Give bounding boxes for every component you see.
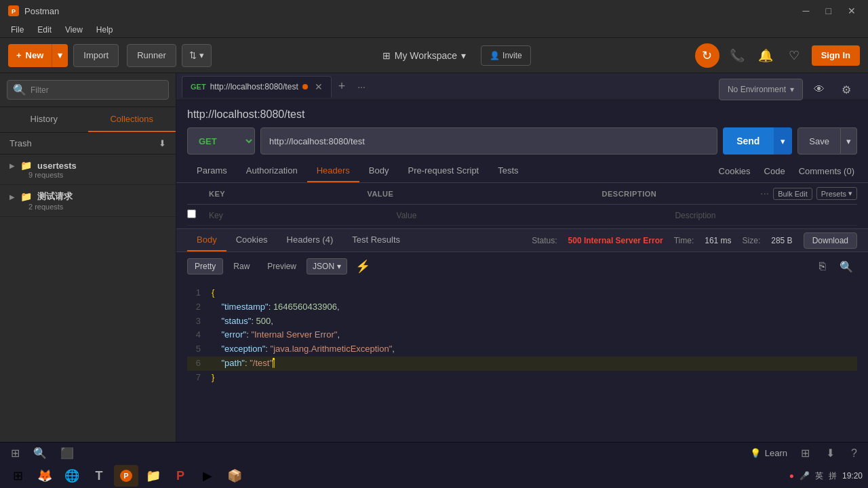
code-line-1: 1 { xyxy=(187,286,857,300)
save-button[interactable]: Save xyxy=(797,127,841,155)
presets-arrow-icon: ▾ xyxy=(848,189,852,198)
taskbar-folder[interactable]: 📁 xyxy=(141,465,165,487)
tab-params[interactable]: Params xyxy=(187,160,237,182)
help-icon-button[interactable]: ? xyxy=(848,445,860,462)
row-check-input[interactable] xyxy=(187,209,196,218)
eye-icon-button[interactable]: 👁 xyxy=(808,79,830,100)
new-button-main[interactable]: + New xyxy=(8,50,52,60)
filter-icon-button[interactable]: ⚡ xyxy=(350,256,376,277)
settings-icon-button[interactable]: ⚙ xyxy=(835,79,857,100)
time-label: Time: xyxy=(674,236,694,245)
sidebar-tab-collections[interactable]: Collections xyxy=(88,107,176,132)
request-bar: GET POST PUT DELETE PATCH Send ▾ Save ▾ xyxy=(187,127,857,155)
search-input[interactable] xyxy=(31,85,163,95)
tab-pre-request[interactable]: Pre-request Script xyxy=(398,160,488,182)
collection-item-chinese[interactable]: ▶ 📁 测试请求 2 requests xyxy=(0,185,176,217)
cookies-link[interactable]: Cookies xyxy=(716,161,753,182)
send-arrow-button[interactable]: ▾ xyxy=(773,127,792,155)
tab-body[interactable]: Body xyxy=(359,160,399,182)
resp-tab-test-results[interactable]: Test Results xyxy=(342,229,410,251)
bell-icon-button[interactable]: 🔔 xyxy=(755,45,776,66)
tab-close-icon[interactable]: ✕ xyxy=(315,81,323,92)
taskbar-text[interactable]: T xyxy=(87,465,111,487)
resp-tab-headers[interactable]: Headers (4) xyxy=(277,229,343,251)
method-select[interactable]: GET POST PUT DELETE PATCH xyxy=(187,127,255,155)
line-num-5: 5 xyxy=(187,342,201,357)
url-input[interactable] xyxy=(260,127,717,155)
menu-view[interactable]: View xyxy=(60,24,88,36)
code-link[interactable]: Code xyxy=(762,161,788,182)
key-input[interactable] xyxy=(209,211,391,220)
presets-button[interactable]: Presets ▾ xyxy=(816,187,857,200)
plus-icon: + xyxy=(16,50,22,60)
bulk-edit-button[interactable]: Bulk Edit xyxy=(773,188,812,200)
desc-input[interactable] xyxy=(675,211,857,220)
tab-more-button[interactable]: ··· xyxy=(352,79,371,95)
phone-icon-button[interactable]: 📞 xyxy=(726,45,748,66)
tab-tests[interactable]: Tests xyxy=(488,160,528,182)
new-button[interactable]: + New ▾ xyxy=(8,44,68,67)
maximize-button[interactable]: □ xyxy=(822,4,835,18)
menu-file[interactable]: File xyxy=(5,24,29,36)
runner-button[interactable]: Runner xyxy=(127,44,176,67)
sidebar-tabs: History Collections xyxy=(0,107,176,133)
heart-icon-button[interactable]: ♡ xyxy=(783,45,805,66)
taskbar-firefox[interactable]: 🦊 xyxy=(33,465,57,487)
more-options-icon[interactable]: ··· xyxy=(760,188,769,200)
tab-authorization[interactable]: Authorization xyxy=(237,160,307,182)
resp-tab-cookies[interactable]: Cookies xyxy=(226,229,277,251)
request-tabs: Params Authorization Headers Body Pre-re… xyxy=(176,160,868,183)
download-button[interactable]: Download xyxy=(804,232,857,249)
menu-edit[interactable]: Edit xyxy=(32,24,57,36)
import-button[interactable]: Import xyxy=(73,44,119,67)
search-icon-button[interactable]: 🔍 xyxy=(31,444,50,462)
taskbar-extra[interactable]: 📦 xyxy=(222,465,247,487)
key-col-header: KEY xyxy=(209,190,361,198)
line-num-7: 7 xyxy=(187,371,201,385)
search-response-button[interactable]: 🔍 xyxy=(835,258,857,276)
layout-icon-button[interactable]: ⊞ xyxy=(8,444,22,462)
taskbar-ppt[interactable]: P xyxy=(168,465,193,487)
sidebar-trash-item[interactable]: Trash ⬇ xyxy=(0,133,176,155)
value-input[interactable] xyxy=(397,211,670,220)
comments-link[interactable]: Comments (0) xyxy=(796,161,857,182)
taskbar-postman[interactable]: P xyxy=(114,465,138,487)
sync-button[interactable]: ⇅ ▾ xyxy=(182,44,212,67)
refresh-button[interactable]: ↻ xyxy=(695,43,719,68)
new-button-arrow[interactable]: ▾ xyxy=(52,44,68,67)
env-selector[interactable]: No Environment ▾ xyxy=(719,79,803,100)
response-tabs-bar: Body Cookies Headers (4) Test Results St… xyxy=(176,229,868,252)
app-body: 🔍 History Collections Trash ⬇ ▶ 📁 userte… xyxy=(0,73,868,442)
tab-headers[interactable]: Headers xyxy=(307,160,359,182)
tab-right-links: Cookies Code Comments (0) xyxy=(716,161,857,182)
download-icon-button[interactable]: ⬇ xyxy=(823,444,837,462)
save-arrow-button[interactable]: ▾ xyxy=(841,127,857,155)
trash-label: Trash xyxy=(9,138,32,148)
search-box[interactable]: 🔍 xyxy=(7,80,169,100)
json-format-select[interactable]: JSON ▾ xyxy=(307,258,347,274)
menu-help[interactable]: Help xyxy=(91,24,119,36)
workspace-selector[interactable]: ⊞ My Workspace ▾ xyxy=(376,47,473,64)
minimize-button[interactable]: ─ xyxy=(799,4,814,18)
taskbar-start[interactable]: ⊞ xyxy=(5,465,30,487)
sidebar-tab-history[interactable]: History xyxy=(0,107,88,132)
collection-item-usertests[interactable]: ▶ 📁 usertests 9 requests xyxy=(0,155,176,185)
console-icon-button[interactable]: ⬛ xyxy=(58,444,77,462)
grid-icon-button[interactable]: ⊞ xyxy=(798,444,812,462)
copy-icon-button[interactable]: ⎘ xyxy=(815,258,830,276)
format-preview-button[interactable]: Preview xyxy=(260,258,304,274)
save-button-group: Save ▾ xyxy=(797,127,857,155)
code-area[interactable]: 1 { 2 "timestamp": 1646560433906, 3 "sta… xyxy=(176,281,868,442)
format-raw-button[interactable]: Raw xyxy=(226,258,257,274)
taskbar-browser[interactable]: 🌐 xyxy=(60,465,84,487)
signin-button[interactable]: Sign In xyxy=(812,45,860,66)
format-pretty-button[interactable]: Pretty xyxy=(187,258,223,274)
learn-button[interactable]: 💡 Learn xyxy=(750,448,787,458)
close-button[interactable]: ✕ xyxy=(844,4,860,18)
send-button[interactable]: Send xyxy=(723,127,773,155)
resp-tab-body[interactable]: Body xyxy=(187,229,226,251)
taskbar-vlc[interactable]: ▶ xyxy=(195,465,220,487)
tab-add-button[interactable]: + xyxy=(333,77,351,96)
active-tab[interactable]: GET http://localhost:8080/test ✕ xyxy=(182,76,332,98)
invite-button[interactable]: 👤 Invite xyxy=(481,45,531,66)
